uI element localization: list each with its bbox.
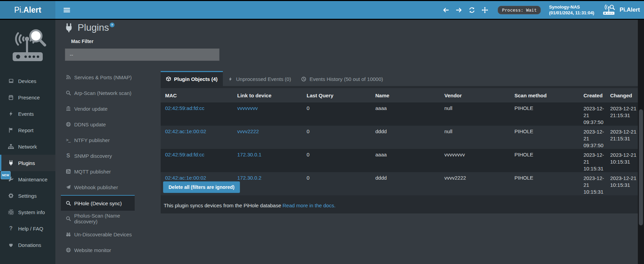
column-header-last-query: Last Query	[302, 88, 371, 102]
tab-unprocessed-events[interactable]: Unprocessed Events (0)	[223, 71, 296, 86]
table-row: 02:42:59:ad:fd:cc vvvvvvvv 0 aaaa null P…	[161, 102, 638, 126]
stripe-s-icon: S	[65, 153, 71, 158]
host-name: Synology-NAS	[549, 4, 594, 10]
host-info: Synology-NAS (01/01/2024, 11:31:04)	[549, 4, 594, 16]
cell-link-to-device: 172.30.0.2	[233, 172, 302, 195]
device-link[interactable]: 172.30.0.1	[237, 152, 261, 157]
calendar-icon	[8, 94, 14, 100]
plugin-menu-item-website-monitor[interactable]: Website monitor	[61, 242, 135, 258]
plugin-menu-label: PiHole (Device sync)	[74, 200, 122, 206]
help-badge-icon[interactable]: ?	[110, 23, 115, 27]
table-row: 02:42:ac:1e:00:02 vvvv2222 0 dddd null P…	[161, 126, 638, 149]
cell-vendor: vvvvvvvv	[440, 149, 510, 172]
sidebar-item-label: Report	[18, 127, 33, 133]
cell-last-query: 0	[302, 102, 371, 126]
mac-link[interactable]: 02:42:59:ad:fd:cc	[165, 152, 204, 157]
sidebar-item-system-info[interactable]: System info	[0, 204, 55, 220]
cell-vendor: null	[440, 102, 510, 126]
plugin-menu-label: DDNS update	[74, 122, 106, 127]
plugin-menu-item-webhook[interactable]: Webhook publisher	[61, 179, 135, 195]
tab-events-history[interactable]: Events History (50 out of 10000)	[296, 71, 388, 86]
forward-arrow-icon[interactable]	[456, 7, 462, 13]
sidebar-item-help-faq[interactable]: ? Help / FAQ	[0, 220, 55, 237]
sidebar: Devices Presence Events Report	[0, 20, 55, 264]
table-header-row: MAC Link to device Last Query Name Vendo…	[161, 88, 638, 102]
rss-square-icon	[65, 169, 71, 174]
column-header-mac: MAC	[161, 88, 233, 102]
plugin-menu-item-arp-scan[interactable]: Arp-Scan (Network scan)	[61, 85, 135, 101]
plugin-menu-item-mqtt[interactable]: MQTT publisher	[61, 164, 135, 179]
tab-plugin-objects[interactable]: Plugin Objects (4)	[161, 71, 223, 86]
mac-link[interactable]: 02:42:ac:1e:00:02	[165, 175, 206, 181]
process-status-badge: Process: Wait	[498, 6, 541, 14]
sidebar-item-events[interactable]: Events	[0, 106, 55, 122]
sidebar-item-label: Maintenance	[18, 177, 48, 182]
page-title: Plugins	[78, 22, 109, 33]
app-name: Pi.Alert	[619, 6, 640, 13]
column-header-link: Link to device	[233, 88, 302, 102]
plugin-menu-item-vendor-update[interactable]: Vendor update	[61, 101, 135, 116]
sidebar-item-plugins[interactable]: Plugins	[0, 155, 55, 171]
pialert-logo	[6, 26, 50, 65]
cell-link-to-device: vvvvvvvv	[233, 102, 302, 126]
plugin-menu-label: MQTT publisher	[74, 169, 111, 175]
tab-label: Plugin Objects (4)	[174, 76, 218, 82]
delete-all-button[interactable]: Delete all (filters are ignored)	[163, 181, 240, 193]
paper-plane-icon	[65, 184, 71, 190]
sidebar-item-donations[interactable]: Donations	[0, 237, 55, 253]
plugin-menu-label: SNMP discovery	[74, 153, 112, 159]
bolt-icon	[8, 111, 14, 117]
plugin-menu-item-nmap[interactable]: Services & Ports (NMAP)	[61, 69, 135, 85]
plugin-menu-label: Pholus-Scan (Name discovery)	[74, 213, 135, 224]
sidebar-item-label: System info	[18, 209, 45, 215]
refresh-icon[interactable]	[469, 7, 475, 13]
plugin-menu-item-pholus[interactable]: Pholus-Scan (Name discovery)	[61, 211, 135, 226]
plugin-menu-item-pihole[interactable]: PiHole (Device sync)	[61, 195, 135, 211]
device-link[interactable]: 172.30.0.2	[237, 175, 261, 181]
new-feature-badge: NEW	[1, 171, 11, 179]
chip-icon	[8, 209, 14, 215]
sidebar-item-label: Help / FAQ	[18, 226, 43, 232]
page-header: Plugins ?	[64, 22, 115, 33]
plug-icon	[8, 160, 14, 166]
clock-icon	[301, 77, 307, 82]
plugin-menu-item-ntfy[interactable]: >_ NTFY publisher	[61, 132, 135, 148]
top-navbar: Pi.Alert	[0, 1, 644, 19]
table-row: 02:42:59:ad:fd:cc 172.30.0.1 0 aaaa vvvv…	[161, 149, 638, 172]
cell-scan-method: PIHOLE	[510, 149, 579, 172]
docs-link[interactable]: Read more in the docs.	[283, 203, 336, 208]
mac-link[interactable]: 02:42:59:ad:fd:cc	[165, 105, 204, 111]
back-arrow-icon[interactable]	[443, 7, 449, 13]
sidebar-item-label: Presence	[18, 95, 40, 100]
move-icon[interactable]	[482, 7, 488, 13]
plugin-menu-item-snmp[interactable]: S SNMP discovery	[61, 148, 135, 164]
hamburger-menu-icon[interactable]	[64, 8, 70, 13]
sidebar-item-settings[interactable]: Settings	[0, 187, 55, 204]
host-datetime: (01/01/2024, 11:31:04)	[549, 10, 594, 16]
plugin-menu-item-undiscoverable[interactable]: Un-Discoverable Devices	[61, 226, 135, 242]
sidebar-item-report[interactable]: Report	[0, 122, 55, 138]
device-link[interactable]: vvvvvvvv	[237, 105, 258, 111]
sitemap-icon	[8, 143, 14, 150]
heart-icon	[8, 242, 14, 248]
plugin-description-text: This plugin syncs devices from the PiHol…	[164, 203, 281, 208]
cell-name: dddd	[371, 172, 440, 195]
mac-link[interactable]: 02:42:ac:1e:00:02	[165, 128, 206, 134]
scrollbar-track[interactable]	[638, 20, 644, 264]
mac-filter-label: Mac Filter	[71, 39, 93, 44]
brand-logo[interactable]: Pi.Alert	[0, 1, 55, 19]
plugin-menu-label: Vendor update	[74, 106, 108, 112]
plugin-menu-item-ddns[interactable]: DDNS update	[61, 116, 135, 132]
scrollbar-thumb[interactable]	[639, 109, 643, 225]
router-logo-icon	[602, 4, 616, 16]
terminal-icon: >_	[65, 137, 71, 143]
sidebar-item-presence[interactable]: Presence	[0, 89, 55, 106]
sidebar-item-devices[interactable]: Devices	[0, 73, 55, 89]
device-link[interactable]: vvvv2222	[237, 128, 259, 134]
column-header-name: Name	[371, 88, 440, 102]
sidebar-item-network[interactable]: Network	[0, 138, 55, 155]
brand-prefix: Pi.	[14, 5, 23, 15]
cell-changed: 2023-12-21 10:15:31	[606, 149, 638, 172]
bolt-icon	[228, 77, 233, 82]
mac-filter-input[interactable]	[65, 48, 219, 61]
